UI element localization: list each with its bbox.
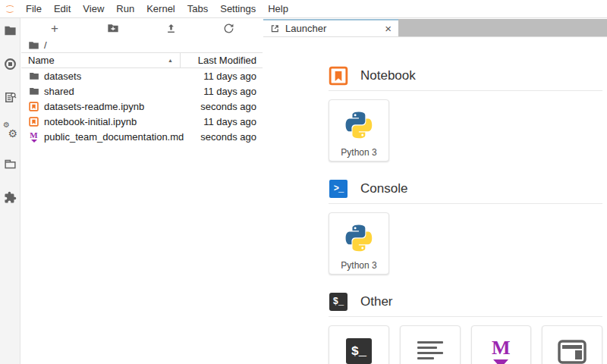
section-header: >_ Console (329, 179, 602, 199)
launcher-icon (270, 24, 280, 33)
terminal-glyph: $_ (333, 297, 344, 307)
extension-manager-icon[interactable] (3, 190, 17, 204)
file-modified: seconds ago (200, 131, 263, 143)
file-row[interactable]: datasets-readme.ipynb seconds ago (21, 99, 263, 114)
markdown-arrow (31, 140, 37, 143)
menu-tabs[interactable]: Tabs (181, 3, 214, 14)
launcher-card-python3-notebook[interactable]: Python 3 (329, 99, 389, 162)
section-divider (329, 316, 602, 317)
menu-view[interactable]: View (77, 3, 110, 14)
section-other: $_ Other $_ M (329, 292, 602, 364)
file-row[interactable]: M public_team_documentation.md seconds a… (21, 129, 263, 144)
section-header: $_ Other (329, 292, 602, 312)
launcher-card-markdown-file[interactable]: M (471, 325, 532, 364)
markdown-arrow-icon: M (492, 338, 511, 364)
section-divider (329, 203, 602, 204)
file-row[interactable]: datasets 11 days ago (21, 68, 263, 83)
python-logo-icon (343, 109, 375, 141)
text-file-lines-icon (417, 341, 443, 359)
section-title: Console (360, 181, 407, 196)
last-modified-header-label: Last Modified (198, 55, 256, 66)
launcher-card-python3-console[interactable]: Python 3 (329, 212, 389, 275)
notebook-orange-icon (329, 66, 348, 86)
file-name: public_team_documentation.md (44, 131, 200, 143)
launcher-panel: Launcher × Notebook (263, 18, 607, 364)
file-modified: seconds ago (200, 101, 263, 112)
column-header-last-modified[interactable]: Last Modified (180, 53, 263, 67)
folder-icon (28, 86, 39, 97)
menu-file[interactable]: File (20, 3, 48, 14)
launcher-card-terminal[interactable]: $_ (329, 325, 389, 364)
gears-icon: ⚙ ⚙ (3, 124, 17, 137)
running-kernels-icon[interactable] (3, 57, 17, 71)
section-divider (329, 90, 602, 91)
property-inspector-icon[interactable]: ⚙ ⚙ (3, 124, 17, 137)
menu-edit[interactable]: Edit (48, 3, 77, 14)
menu-settings[interactable]: Settings (214, 3, 262, 14)
menu-bar: File Edit View Run Kernel Tabs Settings … (0, 0, 607, 18)
markdown-arrow (493, 359, 508, 364)
section-header: Notebook (329, 66, 602, 86)
column-header-name[interactable]: Name ▲ (21, 53, 180, 67)
file-browser-panel: + / Name ▲ (21, 18, 263, 364)
section-title: Notebook (360, 68, 416, 83)
file-browser-folder-icon[interactable] (3, 24, 17, 37)
card-row: Python 3 (329, 212, 602, 275)
python-logo-icon (343, 222, 375, 254)
upload-icon[interactable] (163, 20, 178, 36)
gear-large-icon: ⚙ (8, 127, 17, 140)
menu-run[interactable]: Run (110, 3, 140, 14)
breadcrumb: / (21, 38, 263, 52)
jupyter-logo-icon (4, 3, 16, 15)
name-header-label: Name (28, 55, 55, 66)
markdown-m-glyph: M (492, 338, 511, 358)
terminal-dark-icon: $_ (329, 292, 348, 312)
file-name: datasets (44, 71, 203, 82)
launcher-card-text-file[interactable] (400, 325, 461, 364)
file-name: datasets-readme.ipynb (44, 101, 200, 112)
file-modified: 11 days ago (203, 116, 263, 127)
tab-launcher[interactable]: Launcher × (263, 19, 398, 36)
file-browser-toolbar: + (21, 18, 263, 38)
card-row: $_ M (329, 325, 602, 364)
command-palette-icon[interactable] (3, 90, 17, 104)
contextual-help-icon (558, 340, 587, 364)
file-list: datasets 11 days ago shared 11 days ago … (21, 68, 263, 144)
jupyter-logo-icon (0, 3, 20, 15)
console-blue-icon: >_ (329, 179, 348, 199)
card-label: Python 3 (341, 260, 376, 271)
breadcrumb-root[interactable]: / (44, 39, 47, 51)
sort-ascending-icon: ▲ (168, 58, 173, 63)
activity-sidebar: ⚙ ⚙ (0, 18, 20, 364)
plus-glyph: + (51, 22, 58, 35)
refresh-icon[interactable] (222, 20, 237, 36)
close-icon[interactable]: × (385, 23, 392, 34)
tab-bar: Launcher × (263, 19, 607, 36)
file-modified: 11 days ago (203, 71, 263, 82)
folder-icon[interactable] (28, 39, 39, 51)
terminal-glyph: $_ (351, 344, 366, 359)
tab-title: Launcher (285, 23, 326, 34)
section-title: Other (360, 294, 393, 309)
notebook-icon (28, 116, 39, 127)
launcher-card-contextual-help[interactable] (542, 325, 602, 364)
menu-kernel[interactable]: Kernel (140, 3, 181, 14)
file-list-header: Name ▲ Last Modified (21, 52, 263, 68)
console-glyph: >_ (334, 184, 343, 194)
launcher-body: Notebook Python 3 >_ Console (263, 36, 607, 364)
menu-help[interactable]: Help (262, 3, 294, 14)
open-tabs-icon[interactable] (3, 157, 17, 171)
file-row[interactable]: shared 11 days ago (21, 83, 263, 99)
markdown-icon: M (28, 131, 39, 143)
section-console: >_ Console Python 3 (329, 179, 602, 275)
file-name: notebook-initial.ipynb (44, 116, 203, 127)
card-label: Python 3 (341, 147, 376, 158)
folder-icon (28, 71, 39, 82)
file-row[interactable]: notebook-initial.ipynb 11 days ago (21, 114, 263, 129)
new-folder-icon[interactable] (105, 20, 121, 36)
section-notebook: Notebook Python 3 (329, 66, 602, 162)
file-name: shared (44, 86, 203, 97)
markdown-m-glyph: M (30, 131, 37, 140)
card-row: Python 3 (329, 99, 602, 162)
new-launcher-plus-icon[interactable]: + (47, 20, 62, 36)
